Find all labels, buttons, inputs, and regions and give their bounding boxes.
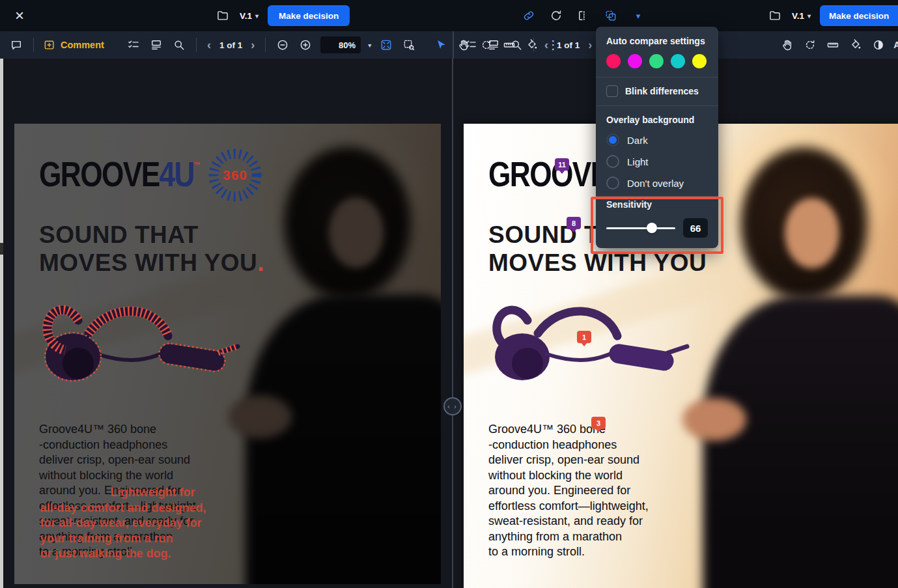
swatch-magenta[interactable] [628,54,642,68]
chevron-down-icon: ▾ [255,12,259,20]
contrast-icon[interactable] [871,37,886,53]
fill-color-icon[interactable] [848,37,863,53]
version-dropdown-right[interactable]: V.1 ▾ [792,11,811,21]
jogger-body [246,294,441,584]
zoom-level-input[interactable]: 80% [320,36,361,53]
left-doc-controls: V.1 ▾ Make decision [215,0,350,31]
auto-compare-settings-panel: Auto compare settings Blink differences … [596,27,718,248]
page-indicator-right: 1 of 1 [557,40,580,50]
top-bar: × V.1 ▾ Make decision [0,0,898,31]
radio-selected-icon[interactable] [606,133,619,147]
jogger-face [329,197,384,268]
diff-color-swatches [606,54,708,68]
viewer-canvas: GROOVE4U™ 360 SOUND THAT MOVES WITH YOU. [0,59,898,588]
folder-icon[interactable] [767,8,783,23]
divider [265,38,266,52]
jogger-body [703,296,898,588]
comment-badge-1[interactable]: 1 [577,331,591,343]
divider [596,77,718,77]
collapsed-sidebar-strip [0,59,3,588]
proof-viewer: × V.1 ▾ Make decision [0,0,898,588]
zoom-dropdown-icon[interactable]: ▾ [368,42,371,49]
version-label: V.1 [792,11,804,21]
comments-panel-icon[interactable] [8,37,24,53]
make-decision-button-right[interactable]: Make decision [820,5,898,26]
divider [533,38,534,52]
swatch-yellow[interactable] [692,54,707,68]
close-icon[interactable]: × [9,5,30,26]
link-views-icon[interactable] [521,8,537,23]
search-icon[interactable] [171,37,187,53]
diff-text-overlay: Lightweight for all-day comfort and desi… [40,485,206,562]
text-compare-icon[interactable]: AA [893,40,898,49]
swatch-pink[interactable] [606,54,621,68]
sensitivity-slider-thumb[interactable] [647,223,657,233]
refresh-icon[interactable] [548,8,564,23]
prev-page-icon[interactable]: ‹ [206,38,212,52]
overlay-option-dont-overlay[interactable]: Don't overlay [606,176,708,189]
pane-divider: ‹ › [452,31,453,588]
jogger-hand [682,398,746,441]
radio-icon[interactable] [606,155,619,168]
right-doc-controls: V.1 ▾ Make decision [767,0,898,31]
plus-square-icon [43,38,56,51]
overlay-option-dark[interactable]: Dark [606,133,708,147]
panel-title: Auto compare settings [606,36,708,46]
select-cursor-icon[interactable] [433,37,449,53]
zoom-out-icon[interactable] [275,37,290,53]
proof-page-left[interactable]: GROOVE4U™ 360 SOUND THAT MOVES WITH YOU. [14,124,441,584]
folder-icon[interactable] [215,8,231,23]
next-page-icon[interactable]: › [587,38,593,52]
sensitivity-section: Sensitivity 66 [606,199,708,238]
overlay-option-light[interactable]: Light [606,155,708,168]
comment-badge-11[interactable]: 11 [555,158,569,171]
trademark: ™ [194,160,201,170]
viewer-toolbar: Comment ‹ 1 of 1 › 80% ▾ [0,31,898,59]
blink-checkbox[interactable] [606,85,618,97]
jogger-hand [228,395,292,438]
toolbar-left-pane: Comment ‹ 1 of 1 › 80% ▾ [0,31,453,59]
checklist-icon[interactable] [126,37,141,53]
divider [596,105,718,106]
pages-stack-icon[interactable] [148,37,164,53]
chevron-down-icon: ▾ [807,12,811,20]
prev-page-icon[interactable]: ‹ [543,38,550,52]
comment-badge-3[interactable]: 3 [591,417,606,429]
version-label: V.1 [240,11,252,21]
marquee-zoom-icon[interactable] [401,37,417,53]
headline: SOUND THAT MOVES WITH YOU. [39,221,264,277]
swatch-teal[interactable] [671,54,685,68]
divider [196,38,197,52]
sensitivity-value: 66 [683,218,708,238]
overlay-compare-icon[interactable] [603,8,619,23]
diff-period: . [257,249,264,276]
version-dropdown-left[interactable]: V.1 ▾ [240,11,259,21]
swatch-green[interactable] [649,54,664,68]
comment-badge-8[interactable]: 8 [567,217,581,229]
side-by-side-compare-icon[interactable] [576,8,591,23]
sidebar-expand-handle[interactable] [0,243,3,255]
pages-stack-icon[interactable] [486,37,501,53]
search-icon[interactable] [509,37,524,53]
jogger-face [785,198,839,268]
blink-differences-option[interactable]: Blink differences [606,85,708,97]
next-page-icon[interactable]: › [249,38,256,52]
zoom-in-icon[interactable] [298,37,313,53]
checklist-icon[interactable] [463,37,479,53]
pan-hand-icon[interactable] [779,37,795,53]
overlay-background-heading: Overlay background [606,115,708,125]
sensitivity-label: Sensitivity [606,199,708,210]
radio-icon[interactable] [606,176,619,189]
pane-resize-handle[interactable]: ‹ › [443,397,462,415]
ruler-icon[interactable] [825,37,841,53]
rotate-icon[interactable] [802,37,818,53]
divider [33,38,34,52]
sensitivity-slider[interactable] [606,223,675,233]
fit-to-screen-icon[interactable] [378,37,394,53]
badge-360: 360 [207,147,263,203]
headphones-image [482,292,697,396]
make-decision-button-left[interactable]: Make decision [268,5,350,26]
compare-settings-chevron-icon[interactable]: ▾ [630,8,646,23]
add-comment-button[interactable]: Comment [43,38,104,51]
page-indicator-left: 1 of 1 [219,40,242,50]
